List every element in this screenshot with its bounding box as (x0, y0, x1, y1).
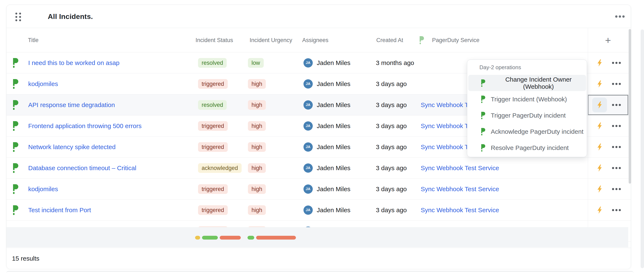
title-cell: I need this to be worked on asap (28, 52, 120, 73)
assignee-avatar: JA (304, 121, 313, 131)
add-column-button[interactable]: + (602, 28, 614, 52)
assignee-name: Jaden Miles (317, 143, 350, 151)
run-action-button[interactable] (592, 98, 607, 112)
assignee-avatar: JA (304, 79, 313, 89)
row-menu-button[interactable] (610, 78, 623, 90)
column-header-created-at[interactable]: Created At (376, 28, 403, 52)
table-row[interactable]: Database connection timeout – Criticalac… (6, 158, 631, 179)
incident-title-link[interactable]: I need this to be worked on asap (28, 59, 120, 66)
run-action-button[interactable] (592, 161, 607, 175)
ellipsis-icon (612, 125, 614, 127)
run-action-button[interactable] (592, 77, 607, 91)
column-header-title[interactable]: Title (28, 28, 38, 52)
next-widget-edge (6, 271, 634, 273)
menu-item-label: Change Incident Owner (Webhook) (491, 76, 586, 90)
menu-section-label: Day-2 operations (480, 63, 521, 72)
assignee-avatar: JA (304, 184, 313, 194)
summary-band (6, 227, 628, 247)
pagerduty-row-icon (12, 58, 19, 68)
row-menu-button[interactable] (610, 183, 623, 195)
table-row[interactable]: kodjomilestriggeredhighJAJaden Miles3 da… (6, 179, 631, 200)
incident-title-link[interactable]: Test incident from Port (28, 207, 91, 214)
column-header-incident-status[interactable]: Incident Status (196, 28, 233, 52)
pagerduty-service-link[interactable]: Sync Webhook Test Service (421, 164, 499, 172)
status-cell: triggered (198, 115, 228, 136)
pagerduty-row-icon (12, 121, 19, 131)
column-header-pagerduty-service[interactable]: PagerDuty Service (432, 28, 480, 52)
widget-menu-button[interactable] (614, 10, 626, 23)
status-badge: triggered (198, 184, 228, 194)
table-row[interactable]: Test incident from PorttriggeredhighJAJa… (6, 200, 631, 221)
pagerduty-row-icon (12, 184, 19, 194)
table-scrollbar[interactable] (629, 29, 631, 184)
assignee-avatar: JA (304, 163, 313, 173)
assignee-avatar: JA (304, 142, 313, 152)
pagerduty-service-link[interactable]: Sync Webhook Test Service (421, 207, 499, 214)
run-action-button[interactable] (592, 182, 607, 196)
created-at-value: 3 days ago (376, 143, 407, 151)
urgency-cell: high (248, 115, 266, 136)
created-at-value: 3 days ago (376, 164, 407, 172)
pagerduty-row-icon (12, 163, 19, 173)
menu-item[interactable]: Resolve PagerDuty incident (468, 140, 586, 156)
status-cell: triggered (198, 200, 228, 221)
page-right-strip (641, 29, 644, 268)
lightning-bolt-icon (597, 80, 602, 87)
run-action-button[interactable] (592, 140, 607, 154)
run-action-button[interactable] (592, 55, 607, 70)
column-header-assignees[interactable]: Assignees (302, 28, 328, 52)
title-cell: kodjomiles (28, 73, 58, 94)
title-cell: kodjomiles (28, 179, 58, 200)
assignee-name: Jaden Miles (317, 122, 350, 130)
incident-title-link[interactable]: Network latency spike detected (28, 143, 116, 151)
incident-title-link[interactable]: Database connection timeout – Critical (28, 164, 136, 172)
pagerduty-action-icon (480, 112, 486, 119)
lightning-bolt-icon (597, 143, 602, 151)
row-menu-button[interactable] (610, 99, 623, 111)
urgency-cell: low (248, 52, 264, 73)
title-cell: Test incident from Port (28, 200, 91, 221)
all-incidents-widget: All Incidents. + TitleIncident StatusInc… (6, 5, 631, 269)
pagerduty-service-link[interactable]: Sync Webhook Test Service (421, 186, 499, 193)
menu-item[interactable]: Trigger Incident (Webhook) (468, 91, 586, 107)
assignee-name: Jaden Miles (317, 101, 350, 109)
day2-operations-menu: Day-2 operations Change Incident Owner (… (467, 59, 587, 157)
created-at-cell: 3 months ago (376, 52, 414, 73)
assignee-cell: Jaden Miles (317, 73, 350, 94)
assignee-cell: Jaden Miles (317, 200, 350, 221)
row-menu-button[interactable] (610, 57, 623, 69)
ellipsis-icon (612, 188, 614, 190)
row-menu-button[interactable] (610, 120, 623, 132)
ellipsis-icon (612, 104, 614, 106)
menu-item[interactable]: Change Incident Owner (Webhook) (468, 75, 586, 91)
created-at-cell: 3 days ago (376, 115, 407, 136)
pagerduty-action-icon (480, 79, 486, 87)
incident-title-link[interactable]: API response time degradation (28, 101, 115, 109)
drag-handle-icon[interactable] (15, 13, 21, 21)
title-cell: API response time degradation (28, 94, 115, 115)
menu-item[interactable]: Acknowledge PagerDuty incident (468, 123, 586, 140)
summary-pill-red (256, 236, 296, 240)
column-header-incident-urgency[interactable]: Incident Urgency (250, 28, 292, 52)
row-menu-button[interactable] (610, 141, 623, 153)
status-cell: triggered (198, 73, 228, 94)
ellipsis-icon (612, 209, 614, 211)
menu-item[interactable]: Trigger PagerDuty incident (468, 107, 586, 123)
assignee-name: Jaden Miles (317, 164, 350, 172)
incident-title-link[interactable]: kodjomiles (28, 80, 58, 87)
summary-pill-green (248, 236, 254, 240)
urgency-cell: high (248, 158, 266, 179)
run-action-button[interactable] (592, 203, 607, 218)
urgency-badge: high (248, 163, 266, 173)
incident-title-link[interactable]: kodjomiles (28, 186, 58, 193)
summary-pill-green (202, 236, 218, 240)
created-at-cell: 3 days ago (376, 73, 407, 94)
table-footer: 15 results (6, 248, 631, 269)
service-cell: Sync Webhook Test Service (421, 200, 499, 221)
run-action-button[interactable] (592, 119, 607, 133)
row-menu-button[interactable] (610, 204, 623, 216)
row-menu-button[interactable] (610, 162, 623, 174)
incident-title-link[interactable]: Frontend application throwing 500 errors (28, 122, 142, 130)
urgency-cell: high (248, 179, 266, 200)
ellipsis-icon (612, 83, 614, 85)
